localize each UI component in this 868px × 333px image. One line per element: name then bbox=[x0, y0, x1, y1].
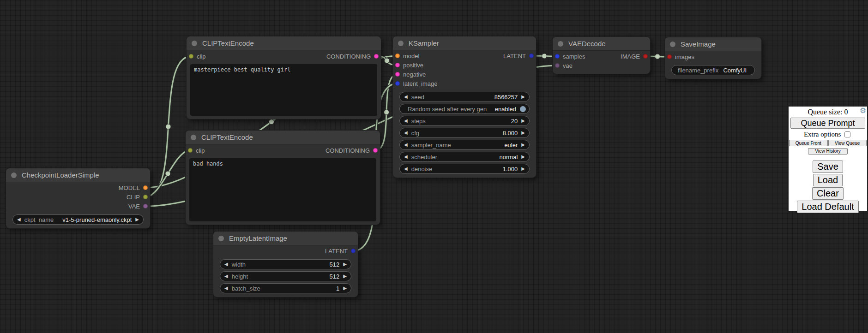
decrement-arrow-icon[interactable]: ◀ bbox=[404, 95, 408, 99]
widget-width[interactable]: ◀ width 512 ▶ bbox=[220, 259, 351, 269]
increment-arrow-icon[interactable]: ▶ bbox=[521, 119, 525, 123]
vae-output-port[interactable] bbox=[143, 204, 148, 208]
node-clip-text-encode-positive[interactable]: CLIPTextEncode clip CONDITIONING masterp… bbox=[187, 36, 381, 119]
decrement-arrow-icon[interactable]: ◀ bbox=[404, 166, 408, 171]
node-save-image[interactable]: SaveImage images filename_prefix ComfyUI bbox=[665, 37, 761, 79]
settings-gear-icon[interactable]: ⚙ bbox=[860, 107, 866, 114]
widget-label: cfg bbox=[411, 130, 419, 137]
queue-front-button[interactable]: Queue Front bbox=[789, 140, 828, 146]
decrement-arrow-icon[interactable]: ◀ bbox=[224, 286, 228, 291]
clip-input-port[interactable] bbox=[189, 54, 193, 59]
increment-arrow-icon[interactable]: ▶ bbox=[521, 95, 525, 99]
increment-arrow-icon[interactable]: ▶ bbox=[521, 131, 525, 135]
node-header[interactable]: EmptyLatentImage bbox=[213, 232, 358, 245]
node-header[interactable]: SaveImage bbox=[665, 37, 761, 51]
negative-input-port[interactable] bbox=[395, 72, 400, 77]
decrement-arrow-icon[interactable]: ◀ bbox=[224, 262, 228, 267]
slot-label: VAE bbox=[128, 203, 140, 210]
queue-prompt-button[interactable]: Queue Prompt bbox=[790, 118, 865, 129]
node-header[interactable]: KSampler bbox=[393, 36, 536, 50]
node-vae-decode[interactable]: VAEDecode samples IMAGE vae bbox=[553, 37, 650, 74]
image-output-port[interactable] bbox=[643, 54, 648, 59]
node-header[interactable]: VAEDecode bbox=[553, 37, 650, 51]
increment-arrow-icon[interactable]: ▶ bbox=[521, 155, 525, 159]
save-button[interactable]: Save bbox=[813, 161, 843, 173]
collapse-dot-icon[interactable] bbox=[398, 41, 404, 46]
widget-height[interactable]: ◀ height 512 ▶ bbox=[220, 271, 351, 281]
widget-ckpt-name[interactable]: ◀ ckpt_name v1-5-pruned-emaonly.ckpt ▶ bbox=[12, 214, 144, 225]
slot-label: model bbox=[403, 53, 419, 59]
widget-label: sampler_name bbox=[411, 142, 451, 149]
node-header[interactable]: CLIPTextEncode bbox=[186, 131, 380, 144]
slot-label: LATENT bbox=[325, 248, 348, 255]
collapse-dot-icon[interactable] bbox=[558, 41, 563, 47]
samples-input-port[interactable] bbox=[555, 54, 560, 59]
prompt-textarea[interactable]: masterpiece best quality girl bbox=[190, 64, 377, 116]
collapse-dot-icon[interactable] bbox=[670, 42, 675, 47]
node-ksampler[interactable]: KSampler model LATENT positive negative … bbox=[393, 36, 536, 178]
extra-options-row: Extra options bbox=[789, 130, 867, 139]
collapse-dot-icon[interactable] bbox=[191, 135, 196, 140]
toggle-dot-icon[interactable] bbox=[520, 106, 526, 112]
node-title: VAEDecode bbox=[568, 40, 606, 48]
conditioning-output-port[interactable] bbox=[373, 148, 378, 153]
increment-arrow-icon[interactable]: ▶ bbox=[521, 143, 525, 147]
model-output-port[interactable] bbox=[143, 185, 148, 190]
slot-label: clip bbox=[197, 53, 206, 60]
increment-arrow-icon[interactable]: ▶ bbox=[343, 262, 347, 267]
extra-options-checkbox[interactable] bbox=[844, 131, 850, 137]
latent-image-input-port[interactable] bbox=[395, 81, 400, 86]
increment-arrow-icon[interactable]: ▶ bbox=[343, 274, 347, 279]
node-header[interactable]: CLIPTextEncode bbox=[187, 36, 381, 50]
collapse-dot-icon[interactable] bbox=[11, 172, 17, 178]
widget-label: width bbox=[232, 261, 246, 268]
collapse-dot-icon[interactable] bbox=[192, 41, 197, 46]
node-checkpoint-loader[interactable]: CheckpointLoaderSimple MODEL CLIP VAE ◀ … bbox=[6, 168, 150, 228]
increment-arrow-icon[interactable]: ▶ bbox=[343, 286, 347, 291]
slot-label: vae bbox=[563, 62, 573, 69]
widget-batch-size[interactable]: ◀ batch_size 1 ▶ bbox=[220, 283, 351, 293]
decrement-arrow-icon[interactable]: ◀ bbox=[404, 155, 408, 159]
increment-arrow-icon[interactable]: ▶ bbox=[135, 217, 139, 222]
collapse-dot-icon[interactable] bbox=[218, 236, 224, 241]
vae-input-port[interactable] bbox=[555, 63, 560, 68]
node-header[interactable]: CheckpointLoaderSimple bbox=[6, 168, 150, 182]
clear-button[interactable]: Clear bbox=[812, 187, 844, 200]
decrement-arrow-icon[interactable]: ◀ bbox=[404, 143, 408, 147]
latent-output-port[interactable] bbox=[529, 54, 534, 58]
slot-label: positive bbox=[403, 62, 423, 69]
slot-label: LATENT bbox=[503, 53, 526, 59]
increment-arrow-icon[interactable]: ▶ bbox=[521, 166, 525, 171]
positive-input-port[interactable] bbox=[395, 63, 400, 67]
widget-denoise[interactable]: ◀ denoise 1.000 ▶ bbox=[399, 164, 530, 174]
widget-scheduler[interactable]: ◀ scheduler normal ▶ bbox=[399, 152, 530, 162]
decrement-arrow-icon[interactable]: ◀ bbox=[404, 131, 408, 135]
node-clip-text-encode-negative[interactable]: CLIPTextEncode clip CONDITIONING bad han… bbox=[186, 131, 380, 225]
widget-value: 8.000 bbox=[503, 130, 518, 137]
conditioning-output-port[interactable] bbox=[374, 54, 379, 59]
view-history-button[interactable]: View History bbox=[808, 148, 848, 155]
images-input-port[interactable] bbox=[667, 54, 672, 59]
node-empty-latent-image[interactable]: EmptyLatentImage LATENT ◀ width 512 ▶ ◀ … bbox=[213, 232, 358, 297]
load-default-button[interactable]: Load Default bbox=[797, 201, 858, 213]
widget-random-seed-toggle[interactable]: Random seed after every gen enabled bbox=[399, 104, 530, 114]
widget-cfg[interactable]: ◀ cfg 8.000 ▶ bbox=[399, 128, 530, 138]
graph-canvas[interactable]: CheckpointLoaderSimple MODEL CLIP VAE ◀ … bbox=[0, 0, 868, 333]
slot-label: samples bbox=[563, 53, 585, 60]
widget-sampler-name[interactable]: ◀ sampler_name euler ▶ bbox=[399, 140, 530, 150]
view-queue-button[interactable]: View Queue bbox=[828, 140, 867, 146]
widget-steps[interactable]: ◀ steps 20 ▶ bbox=[399, 116, 530, 126]
model-input-port[interactable] bbox=[395, 54, 400, 58]
decrement-arrow-icon[interactable]: ◀ bbox=[404, 119, 408, 123]
prompt-textarea[interactable]: bad hands bbox=[189, 158, 376, 221]
decrement-arrow-icon[interactable]: ◀ bbox=[17, 217, 21, 222]
decrement-arrow-icon[interactable]: ◀ bbox=[224, 274, 228, 279]
clip-output-port[interactable] bbox=[143, 195, 148, 199]
widget-seed[interactable]: ◀ seed 8566257 ▶ bbox=[399, 92, 530, 102]
load-button[interactable]: Load bbox=[813, 174, 843, 186]
slot-label: clip bbox=[196, 147, 205, 154]
extra-options-label: Extra options bbox=[804, 131, 841, 138]
widget-filename-prefix[interactable]: filename_prefix ComfyUI bbox=[671, 65, 755, 75]
clip-input-port[interactable] bbox=[188, 148, 193, 153]
latent-output-port[interactable] bbox=[351, 249, 356, 253]
